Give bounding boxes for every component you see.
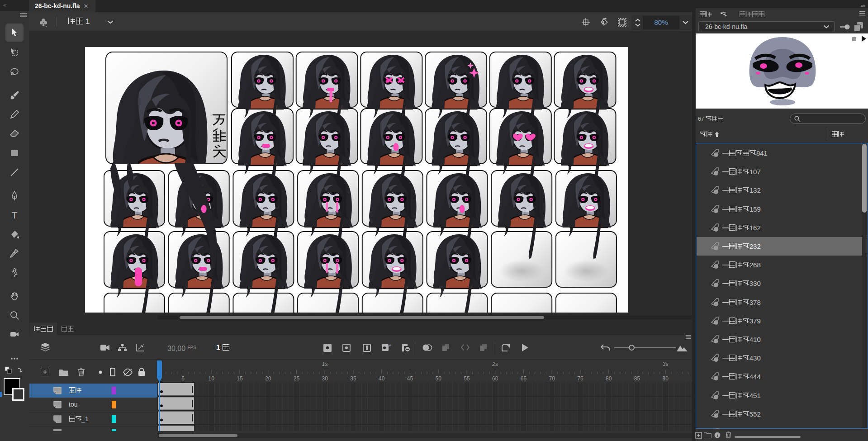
svg-text:A: A [389, 343, 391, 347]
svg-text:T: T [12, 210, 17, 220]
svg-text:80: 80 [606, 375, 612, 382]
svg-text:60: 60 [492, 375, 498, 382]
svg-text:35: 35 [350, 375, 356, 382]
svg-text:50: 50 [436, 375, 442, 382]
svg-text:65: 65 [521, 375, 527, 382]
svg-text:25: 25 [294, 375, 300, 382]
svg-text:i: i [717, 433, 718, 438]
svg-text:90: 90 [663, 375, 669, 382]
svg-text:30: 30 [322, 375, 328, 382]
svg-text:5: 5 [181, 375, 185, 382]
svg-text:70: 70 [549, 375, 555, 382]
svg-text:20: 20 [265, 375, 271, 382]
svg-text:1s: 1s [322, 361, 328, 367]
svg-text:55: 55 [464, 375, 470, 382]
svg-text:3s: 3s [663, 361, 669, 367]
svg-text:15: 15 [237, 375, 243, 382]
svg-text:45: 45 [407, 375, 413, 382]
svg-text:2s: 2s [492, 361, 498, 367]
svg-text:85: 85 [634, 375, 640, 382]
svg-text:10: 10 [209, 375, 215, 382]
svg-text:75: 75 [577, 375, 583, 382]
svg-text:40: 40 [379, 375, 385, 382]
